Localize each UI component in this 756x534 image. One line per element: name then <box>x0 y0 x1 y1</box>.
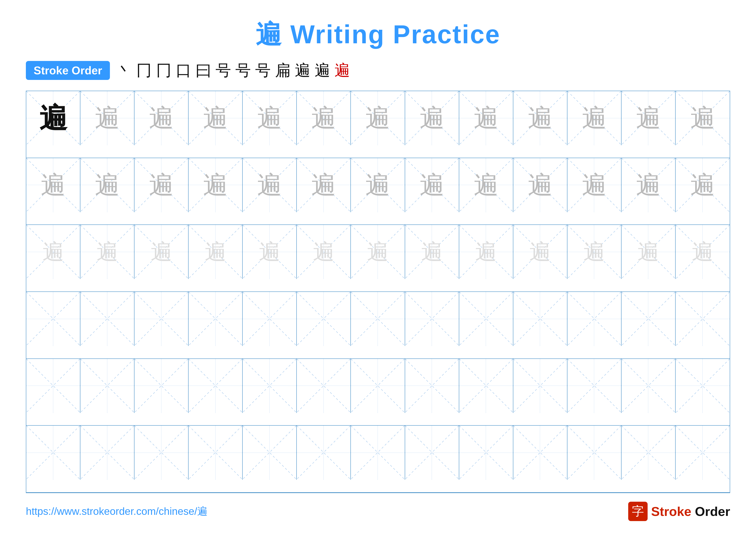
svg-line-113 <box>243 359 296 413</box>
grid-cell-4-5[interactable] <box>297 359 351 413</box>
grid-cell-0-0[interactable]: 遍 <box>26 91 80 145</box>
grid-cell-3-4[interactable] <box>243 292 297 346</box>
grid-cell-3-5[interactable] <box>297 292 351 346</box>
grid-cell-3-10[interactable] <box>567 292 622 346</box>
grid-cell-5-2[interactable] <box>134 426 189 480</box>
grid-cell-5-10[interactable] <box>567 426 622 480</box>
grid-cell-5-9[interactable] <box>513 426 567 480</box>
grid-cell-3-2[interactable] <box>134 292 189 346</box>
grid-cell-0-3[interactable]: 遍 <box>189 91 243 145</box>
grid-cell-0-11[interactable]: 遍 <box>622 91 676 145</box>
grid-cell-3-12[interactable] <box>676 292 730 346</box>
footer-url[interactable]: https://www.strokeorder.com/chinese/遍 <box>26 504 207 518</box>
grid-cell-0-7[interactable]: 遍 <box>405 91 459 145</box>
grid-cell-5-1[interactable] <box>80 426 134 480</box>
svg-line-96 <box>513 292 567 345</box>
grid-cell-1-8[interactable]: 遍 <box>459 158 513 212</box>
footer: https://www.strokeorder.com/chinese/遍 字 … <box>26 502 730 521</box>
grid-cell-1-5[interactable]: 遍 <box>297 158 351 212</box>
grid-cell-2-8[interactable]: 遍 <box>459 225 513 279</box>
svg-line-149 <box>513 426 567 479</box>
grid-cell-2-10[interactable]: 遍 <box>567 225 622 279</box>
stroke-step-7: 号 <box>255 63 271 78</box>
practice-char-1-8: 遍 <box>474 173 499 197</box>
grid-cell-2-3[interactable]: 遍 <box>189 225 243 279</box>
grid-cell-0-8[interactable]: 遍 <box>459 91 513 145</box>
grid-cell-0-12[interactable]: 遍 <box>676 91 730 145</box>
grid-cell-1-11[interactable]: 遍 <box>622 158 676 212</box>
grid-cell-0-9[interactable]: 遍 <box>513 91 567 145</box>
grid-cell-5-5[interactable] <box>297 426 351 480</box>
grid-cell-2-4[interactable]: 遍 <box>243 225 297 279</box>
grid-cell-4-7[interactable] <box>405 359 459 413</box>
grid-cell-4-12[interactable] <box>676 359 730 413</box>
practice-char-2-4: 遍 <box>259 241 281 263</box>
grid-cell-1-2[interactable]: 遍 <box>134 158 189 212</box>
grid-cell-5-6[interactable] <box>351 426 405 480</box>
grid-cell-5-8[interactable] <box>459 426 513 480</box>
practice-grid[interactable]: 遍 遍 遍 遍 遍 遍 遍 遍 遍 遍 遍 遍 遍 遍 遍 <box>26 91 730 493</box>
grid-row-4 <box>26 359 730 426</box>
grid-cell-4-10[interactable] <box>567 359 622 413</box>
grid-cell-3-7[interactable] <box>405 292 459 346</box>
grid-cell-1-10[interactable]: 遍 <box>567 158 622 212</box>
grid-cell-1-9[interactable]: 遍 <box>513 158 567 212</box>
grid-cell-5-4[interactable] <box>243 426 297 480</box>
grid-cell-2-0[interactable]: 遍 <box>26 225 80 279</box>
grid-cell-5-12[interactable] <box>676 426 730 480</box>
grid-cell-1-3[interactable]: 遍 <box>189 158 243 212</box>
svg-line-148 <box>513 426 567 479</box>
grid-cell-0-10[interactable]: 遍 <box>567 91 622 145</box>
grid-cell-4-3[interactable] <box>189 359 243 413</box>
svg-line-109 <box>134 359 188 413</box>
grid-cell-4-0[interactable] <box>26 359 80 413</box>
practice-char-0-3: 遍 <box>203 106 228 131</box>
logo-text: Stroke Order <box>651 504 730 519</box>
grid-cell-2-9[interactable]: 遍 <box>513 225 567 279</box>
grid-cell-4-1[interactable] <box>80 359 134 413</box>
grid-cell-5-11[interactable] <box>622 426 676 480</box>
grid-cell-2-12[interactable]: 遍 <box>676 225 730 279</box>
grid-cell-5-7[interactable] <box>405 426 459 480</box>
grid-cell-4-6[interactable] <box>351 359 405 413</box>
grid-cell-0-2[interactable]: 遍 <box>134 91 189 145</box>
grid-cell-4-9[interactable] <box>513 359 567 413</box>
grid-cell-2-6[interactable]: 遍 <box>351 225 405 279</box>
svg-line-84 <box>189 292 242 345</box>
grid-row-3 <box>26 292 730 359</box>
grid-cell-1-4[interactable]: 遍 <box>243 158 297 212</box>
grid-cell-4-2[interactable] <box>134 359 189 413</box>
grid-cell-3-1[interactable] <box>80 292 134 346</box>
svg-line-103 <box>676 292 730 346</box>
grid-cell-0-6[interactable]: 遍 <box>351 91 405 145</box>
grid-cell-5-0[interactable] <box>26 426 80 480</box>
grid-cell-3-0[interactable] <box>26 292 80 346</box>
grid-cell-4-8[interactable] <box>459 359 513 413</box>
grid-cell-5-3[interactable] <box>189 426 243 480</box>
grid-cell-1-1[interactable]: 遍 <box>80 158 134 212</box>
svg-line-136 <box>189 426 242 479</box>
grid-cell-0-4[interactable]: 遍 <box>243 91 297 145</box>
grid-cell-3-6[interactable] <box>351 292 405 346</box>
grid-cell-2-11[interactable]: 遍 <box>622 225 676 279</box>
grid-cell-1-6[interactable]: 遍 <box>351 158 405 212</box>
grid-cell-4-11[interactable] <box>622 359 676 413</box>
grid-cell-4-4[interactable] <box>243 359 297 413</box>
grid-cell-3-3[interactable] <box>189 292 243 346</box>
svg-line-87 <box>243 292 296 345</box>
practice-char-0-8: 遍 <box>474 106 499 131</box>
grid-cell-3-11[interactable] <box>622 292 676 346</box>
grid-cell-2-5[interactable]: 遍 <box>297 225 351 279</box>
grid-cell-2-7[interactable]: 遍 <box>405 225 459 279</box>
grid-cell-0-1[interactable]: 遍 <box>80 91 134 145</box>
grid-cell-3-8[interactable] <box>459 292 513 346</box>
svg-line-98 <box>567 292 621 345</box>
grid-cell-0-5[interactable]: 遍 <box>297 91 351 145</box>
grid-cell-1-0[interactable]: 遍 <box>26 158 80 212</box>
grid-cell-2-1[interactable]: 遍 <box>80 225 134 279</box>
grid-cell-3-9[interactable] <box>513 292 567 346</box>
grid-cell-2-2[interactable]: 遍 <box>134 225 189 279</box>
stroke-step-11: 遍 <box>335 63 350 78</box>
grid-cell-1-7[interactable]: 遍 <box>405 158 459 212</box>
grid-cell-1-12[interactable]: 遍 <box>676 158 730 212</box>
